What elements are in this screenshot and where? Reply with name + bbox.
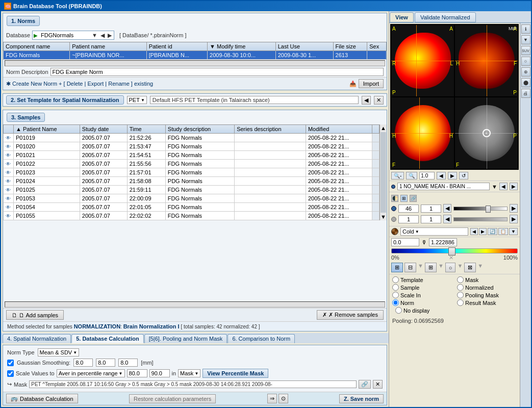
radio-template-input[interactable] <box>392 276 399 283</box>
col-last-use[interactable]: Last Use <box>275 42 333 51</box>
lut-thumb1[interactable] <box>486 206 491 213</box>
lut-input2[interactable] <box>421 205 441 213</box>
radio-sample-input[interactable] <box>392 284 399 291</box>
samples-vscrollbar[interactable]: ▲ ▼ <box>379 124 387 220</box>
restore-btn[interactable]: Restore calculation parameters <box>129 394 216 403</box>
vb-btn2[interactable]: ⊟ <box>404 263 416 272</box>
sidebar-arrow-icon[interactable]: ▼ <box>521 35 530 44</box>
scale-from-input[interactable] <box>127 369 147 377</box>
tab-db-calc[interactable]: 5. Database Calculation <box>71 334 144 343</box>
scale-method-combo[interactable]: Aver in percentile range ▼ <box>57 369 125 377</box>
brain-view-sagittal[interactable]: A H F P MIP <box>455 25 518 96</box>
brain-view-gray[interactable]: + P F <box>455 97 518 169</box>
lut-input3[interactable] <box>398 215 419 223</box>
table-row[interactable]: 👁 P01023 2005.07.07 21:57:01 FDG Normals… <box>4 168 379 177</box>
table-row[interactable]: 👁 P01024 2005.07.07 21:58:08 PDG Normals… <box>4 177 379 186</box>
viewer-next-btn[interactable]: ▶ <box>510 183 518 190</box>
scroll-up-btn[interactable]: ▲ <box>380 124 387 132</box>
zoom-in-btn[interactable]: 🔍 <box>406 172 417 180</box>
template-back-btn[interactable]: ◀ <box>362 96 371 105</box>
col-component[interactable]: Component name <box>4 42 70 51</box>
mask-link-btn[interactable]: 🔗 <box>359 380 371 389</box>
template-type-combo[interactable]: PET ▼ <box>127 96 147 104</box>
import-btn[interactable]: Import <box>359 79 384 88</box>
sidebar-info-icon[interactable]: ℹ <box>521 24 530 34</box>
viewer-dropdown-icon[interactable]: ▼ <box>492 184 497 190</box>
vb-grid[interactable]: ⊞ <box>425 263 437 272</box>
zoom-input[interactable] <box>419 172 435 180</box>
view-percentile-btn[interactable]: View Percentile Mask <box>202 369 268 378</box>
col-study-desc[interactable]: Study description <box>165 125 234 134</box>
table-row[interactable]: 👁 P01025 2005.07.07 21:59:11 FDG Normals… <box>4 186 379 194</box>
remove-samples-btn[interactable]: ✗ ✗ Remove samples <box>317 310 384 320</box>
horizontal-scrollbar[interactable] <box>5 60 385 66</box>
tab-spatial[interactable]: 4. Spatial Normalization <box>3 334 71 343</box>
range-max-input[interactable] <box>429 238 457 246</box>
vb-ortho[interactable]: ⊞ <box>391 263 403 272</box>
database-combo[interactable]: ▶ FDGNormals ▼ ◀ ▶ <box>32 31 114 40</box>
lut-slider2[interactable] <box>453 217 508 221</box>
cm-btn3[interactable]: 🔄 <box>488 228 497 235</box>
sidebar-circle-icon[interactable]: ○ <box>521 57 530 66</box>
lut-mode-icon2[interactable]: ⊞ <box>400 195 408 202</box>
lut-arrow-right2[interactable]: ▶ <box>510 215 518 223</box>
col-time[interactable]: Time <box>127 125 165 134</box>
lut-input1[interactable] <box>398 205 419 213</box>
col-patient[interactable]: Patient name <box>70 42 146 51</box>
scroll-down-btn[interactable]: ▼ <box>380 213 387 220</box>
vb-btn6[interactable]: ⊠ <box>464 263 476 272</box>
lut-arrow-right1[interactable]: ▶ <box>510 204 518 213</box>
radio-mask-input[interactable] <box>457 276 464 283</box>
cm-btn2[interactable]: ▶ <box>479 228 487 235</box>
icon-btn-2[interactable]: ⊙ <box>278 394 288 403</box>
col-study-date[interactable]: Study date <box>80 125 127 134</box>
prev-btn[interactable]: ◀ <box>99 32 106 39</box>
scroll-thumb[interactable] <box>381 132 386 213</box>
nav-prev-btn[interactable]: ◀ <box>437 172 446 180</box>
norm-desc-input[interactable] <box>50 68 384 76</box>
range-slider[interactable] <box>391 248 518 253</box>
sidebar-suv-icon[interactable]: SUV <box>521 46 530 55</box>
tab-pooling[interactable]: [5|6]. Pooling and Norm Mask <box>144 334 227 343</box>
range-min-input[interactable] <box>391 238 419 246</box>
table-row[interactable]: 👁 P01055 2005.07.07 22:02:02 FDG Normals… <box>4 212 379 220</box>
col-sex[interactable]: Sex <box>367 42 387 51</box>
radio-resultmask-input[interactable] <box>457 299 464 306</box>
table-row[interactable]: 👁 P01021 2005.07.07 21:54:51 FDG Normals… <box>4 151 379 160</box>
table-row[interactable]: 👁 P01020 2005.07.07 21:53:47 FDG Normals… <box>4 142 379 151</box>
validate-tab[interactable]: Validate Normalized <box>415 12 476 22</box>
col-modified[interactable]: Modified <box>306 125 372 134</box>
sidebar-print-icon[interactable]: 🖨 <box>521 89 530 98</box>
lut-input4[interactable] <box>421 215 441 223</box>
next-btn[interactable]: ▶ <box>107 32 113 39</box>
vb-circle[interactable]: ○ <box>445 263 456 272</box>
mask-combo[interactable]: Mask ▼ <box>178 369 200 377</box>
lut-slider1[interactable] <box>453 207 508 211</box>
lut-mode-icon1[interactable]: 🌓 <box>391 195 398 202</box>
colormap-combo[interactable]: Cold ▼ <box>400 227 468 236</box>
mask-close-btn[interactable]: ✕ <box>373 380 383 389</box>
scale-to-input[interactable] <box>149 369 170 377</box>
range-thumb[interactable] <box>448 247 455 256</box>
gaussian-y-input[interactable] <box>96 359 115 367</box>
cm-btn1[interactable]: ◀ <box>470 228 478 235</box>
table-row[interactable]: 👁 P01054 2005.07.07 22:01:05 FDG Normals… <box>4 203 379 212</box>
samples-hscrollbar[interactable] <box>5 301 385 308</box>
gaussian-x-input[interactable] <box>73 359 93 367</box>
template-close-btn[interactable]: ✕ <box>374 96 384 105</box>
dropdown-icon[interactable]: ▼ <box>91 32 98 38</box>
radio-norm-input[interactable] <box>392 299 399 306</box>
table-row[interactable]: 👁 P01019 2005.07.07 21:52:26 FDG Normals… <box>4 134 379 142</box>
lut-arrow-left1[interactable]: ◀ <box>443 204 451 213</box>
cm-btn4[interactable]: 📋 <box>498 228 508 235</box>
viewer-prev-btn[interactable]: ◀ <box>499 183 508 190</box>
table-row[interactable]: 👁 P01022 2005.07.07 21:55:56 FDG Normals… <box>4 160 379 168</box>
db-calc-btn[interactable]: 🚌 Database Calculation <box>6 394 78 403</box>
table-row[interactable]: 👁 P01053 2005.07.07 22:00:09 FDG Normals… <box>4 194 379 203</box>
gaussian-z-input[interactable] <box>118 359 138 367</box>
col-eye[interactable] <box>4 125 14 134</box>
tab-comparison[interactable]: 6. Comparison to Norm <box>227 334 295 343</box>
col-size[interactable]: File size <box>333 42 367 51</box>
lut-arrow-left2[interactable]: ◀ <box>443 215 451 223</box>
brain-view-coronal[interactable]: H H F <box>391 97 454 169</box>
